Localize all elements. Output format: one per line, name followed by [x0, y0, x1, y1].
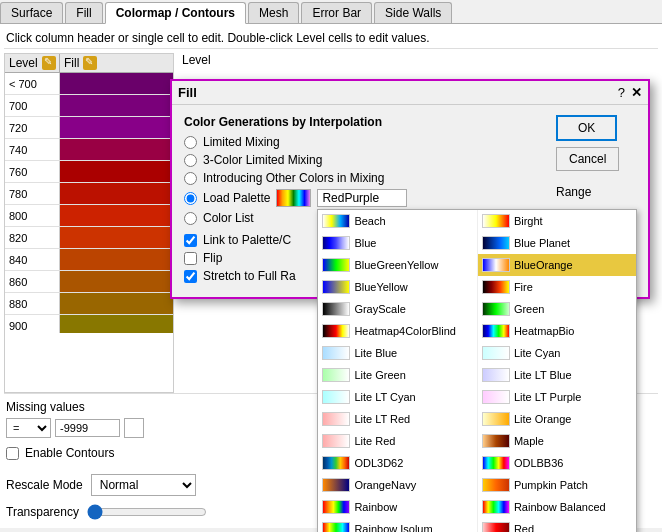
- palette-item-rainbowbalanced[interactable]: Rainbow Balanced: [478, 496, 637, 518]
- label-heatmap4colorblind: Heatmap4ColorBlind: [354, 325, 456, 337]
- fill-dialog: Fill ? ✕ Color Generations by Interpolat…: [170, 79, 650, 299]
- label-rainbowbalanced: Rainbow Balanced: [514, 501, 606, 513]
- swatch-beach: [322, 214, 350, 228]
- palette-item-pumpkinpatch[interactable]: Pumpkin Patch: [478, 474, 637, 496]
- dialog-controls: ? ✕: [618, 85, 642, 100]
- label-liteorange: Lite Orange: [514, 413, 571, 425]
- palette-list[interactable]: Beach Blue BlueGreenYellow: [317, 209, 637, 532]
- label-liteltcyan: Lite LT Cyan: [354, 391, 415, 403]
- selected-palette-label: RedPurple: [322, 191, 379, 205]
- palette-item-bluegreenyellow[interactable]: BlueGreenYellow: [318, 254, 477, 276]
- palette-item-grayscale[interactable]: GrayScale: [318, 298, 477, 320]
- palette-item-litered[interactable]: Lite Red: [318, 430, 477, 452]
- radio-load-palette: Load Palette RedPurple: [184, 189, 546, 207]
- palette-item-fire[interactable]: Fire: [478, 276, 637, 298]
- label-pumpkinpatch: Pumpkin Patch: [514, 479, 588, 491]
- palette-item-blue[interactable]: Blue: [318, 232, 477, 254]
- label-rainbow: Rainbow: [354, 501, 397, 513]
- swatch-liteltpurple: [482, 390, 510, 404]
- palette-item-red[interactable]: Red: [478, 518, 637, 532]
- tab-colormap[interactable]: Colormap / Contours: [105, 2, 246, 24]
- tab-mesh[interactable]: Mesh: [248, 2, 299, 23]
- dialog-close-button[interactable]: ✕: [631, 85, 642, 100]
- palette-item-liteltblue[interactable]: Lite LT Blue: [478, 364, 637, 386]
- label-odl3d62: ODL3D62: [354, 457, 403, 469]
- palette-item-beach[interactable]: Beach: [318, 210, 477, 232]
- swatch-grayscale: [322, 302, 350, 316]
- swatch-liteblue: [322, 346, 350, 360]
- palette-item-liteltred[interactable]: Lite LT Red: [318, 408, 477, 430]
- dialog-title: Fill: [178, 85, 197, 100]
- radio-3color: 3-Color Limited Mixing: [184, 153, 546, 167]
- label-odlbb36: ODLBB36: [514, 457, 564, 469]
- stretch-checkbox[interactable]: [184, 270, 197, 283]
- palette-item-litegreen[interactable]: Lite Green: [318, 364, 477, 386]
- palette-item-orangenavy[interactable]: OrangeNavy: [318, 474, 477, 496]
- swatch-bluegreenyellow: [322, 258, 350, 272]
- label-birght: Birght: [514, 215, 543, 227]
- palette-item-odl3d62[interactable]: ODL3D62: [318, 452, 477, 474]
- swatch-odlbb36: [482, 456, 510, 470]
- label-beach: Beach: [354, 215, 385, 227]
- tab-sidewalls[interactable]: Side Walls: [374, 2, 452, 23]
- radio-limited-mixing-label: Limited Mixing: [203, 135, 280, 149]
- swatch-litered: [322, 434, 350, 448]
- palette-item-rainbowisolum[interactable]: Rainbow Isolum: [318, 518, 477, 532]
- palette-column-left: Beach Blue BlueGreenYellow: [318, 210, 478, 532]
- radio-introducing: Introducing Other Colors in Mixing: [184, 171, 546, 185]
- swatch-liteorange: [482, 412, 510, 426]
- swatch-rainbowisolum: [322, 522, 350, 532]
- stretch-label: Stretch to Full Ra: [203, 269, 296, 283]
- label-blueorange: BlueOrange: [514, 259, 573, 271]
- swatch-odl3d62: [322, 456, 350, 470]
- palette-item-green[interactable]: Green: [478, 298, 637, 320]
- label-litegreen: Lite Green: [354, 369, 405, 381]
- radio-introducing-label: Introducing Other Colors in Mixing: [203, 171, 384, 185]
- dialog-body: Color Generations by Interpolation Limit…: [172, 105, 648, 297]
- palette-item-blueplanet[interactable]: Blue Planet: [478, 232, 637, 254]
- radio-3color-input[interactable]: [184, 154, 197, 167]
- label-orangenavy: OrangeNavy: [354, 479, 416, 491]
- swatch-blue: [322, 236, 350, 250]
- palette-item-maple[interactable]: Maple: [478, 430, 637, 452]
- swatch-litegreen: [322, 368, 350, 382]
- dialog-titlebar: Fill ? ✕: [172, 81, 648, 105]
- palette-item-heatmap4colorblind[interactable]: Heatmap4ColorBlind: [318, 320, 477, 342]
- tab-errorbar[interactable]: Error Bar: [301, 2, 372, 23]
- label-liteblue: Lite Blue: [354, 347, 397, 359]
- flip-label: Flip: [203, 251, 222, 265]
- palette-item-heatmapbio[interactable]: HeatmapBio: [478, 320, 637, 342]
- ok-button[interactable]: OK: [556, 115, 617, 141]
- link-checkbox[interactable]: [184, 234, 197, 247]
- swatch-rainbow: [322, 500, 350, 514]
- palette-item-birght[interactable]: Birght: [478, 210, 637, 232]
- palette-item-liteltpurple[interactable]: Lite LT Purple: [478, 386, 637, 408]
- label-blue: Blue: [354, 237, 376, 249]
- palette-item-liteblue[interactable]: Lite Blue: [318, 342, 477, 364]
- radio-introducing-input[interactable]: [184, 172, 197, 185]
- palette-item-rainbow[interactable]: Rainbow: [318, 496, 477, 518]
- flip-checkbox[interactable]: [184, 252, 197, 265]
- radio-load-palette-input[interactable]: [184, 192, 197, 205]
- cancel-button[interactable]: Cancel: [556, 147, 619, 171]
- range-label: Range: [556, 185, 591, 199]
- label-liteltred: Lite LT Red: [354, 413, 410, 425]
- radio-limited-mixing: Limited Mixing: [184, 135, 546, 149]
- tab-bar: Surface Fill Colormap / Contours Mesh Er…: [0, 0, 662, 24]
- palette-item-odlbb36[interactable]: ODLBB36: [478, 452, 637, 474]
- radio-load-palette-label: Load Palette: [203, 191, 270, 205]
- radio-colorlist-input[interactable]: [184, 212, 197, 225]
- tab-fill[interactable]: Fill: [65, 2, 102, 23]
- palette-item-liteorange[interactable]: Lite Orange: [478, 408, 637, 430]
- palette-item-blueorange[interactable]: BlueOrange: [478, 254, 637, 276]
- label-liteltblue: Lite LT Blue: [514, 369, 572, 381]
- radio-limited-mixing-input[interactable]: [184, 136, 197, 149]
- dialog-help-button[interactable]: ?: [618, 85, 625, 100]
- label-grayscale: GrayScale: [354, 303, 405, 315]
- palette-item-blueyellow[interactable]: BlueYellow: [318, 276, 477, 298]
- tab-surface[interactable]: Surface: [0, 2, 63, 23]
- radio-group: Limited Mixing 3-Color Limited Mixing In…: [184, 135, 546, 225]
- palette-item-litecyan[interactable]: Lite Cyan: [478, 342, 637, 364]
- palette-item-liteltcyan[interactable]: Lite LT Cyan: [318, 386, 477, 408]
- palette-dropdown[interactable]: RedPurple: [317, 189, 407, 207]
